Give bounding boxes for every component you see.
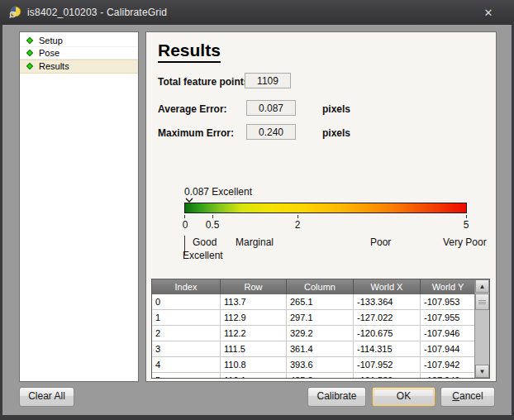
scale-region-excellent: Excellent — [183, 250, 223, 261]
cell: 393.6 — [287, 357, 354, 372]
table-row[interactable]: 3 111.5 361.4 -114.315 -107.944 — [152, 341, 476, 357]
error-scale-gradient — [184, 203, 467, 213]
cell: 3 — [152, 341, 221, 356]
cell: 1 — [152, 310, 221, 325]
total-points-value: 1109 — [245, 73, 291, 88]
table-scrollbar[interactable]: ▲ ▼ — [474, 279, 489, 378]
cell: -127.022 — [354, 310, 421, 325]
scale-region-very-poor: Very Poor — [443, 236, 487, 248]
table-row[interactable]: 5 110.1 425.8 -101.589 -107.940 — [152, 373, 476, 379]
feature-points-table[interactable]: Index Row Column World X World Y 0 113.7… — [151, 279, 490, 379]
app-icon — [8, 6, 21, 19]
scale-region-poor: Poor — [370, 236, 391, 248]
scrollbar-thumb[interactable] — [475, 294, 489, 310]
cell: 111.5 — [221, 341, 287, 356]
cell: -107.952 — [354, 357, 421, 372]
calibrate-button[interactable]: Calibrate — [307, 387, 366, 407]
col-header-row[interactable]: Row — [221, 279, 287, 294]
cell: 4 — [152, 357, 221, 372]
diamond-icon — [26, 63, 33, 69]
title-bar[interactable]: is8402_010203 - CalibrateGrid ✕ — [0, 0, 514, 25]
table-row[interactable]: 2 112.2 329.2 -120.675 -107.946 — [152, 326, 476, 341]
cell: 361.4 — [287, 341, 354, 356]
maximum-error-value: 0.240 — [246, 124, 296, 140]
cell: -133.364 — [354, 294, 421, 309]
scroll-down-icon[interactable]: ▼ — [475, 365, 489, 378]
cancel-button[interactable]: Cancel — [440, 387, 495, 407]
average-error-value: 0.087 — [246, 100, 296, 116]
cell: 2 — [152, 326, 221, 341]
cell: -107.942 — [421, 357, 476, 372]
cell: 5 — [152, 373, 221, 379]
cell: -107.946 — [421, 326, 476, 341]
average-error-label: Average Error: — [158, 103, 227, 115]
cell: 112.2 — [221, 326, 287, 341]
page-title: Results — [158, 41, 221, 63]
col-header-index[interactable]: Index — [152, 279, 221, 294]
maximum-error-label: Maximum Error: — [158, 127, 234, 139]
col-header-world-y[interactable]: World Y — [421, 279, 476, 294]
step-list: Setup Pose Results — [19, 31, 139, 382]
cell: -114.315 — [354, 341, 421, 356]
cell: 265.1 — [287, 294, 354, 309]
scale-tick-label: 0 — [180, 219, 190, 231]
scale-tick-label: 5 — [459, 219, 473, 231]
scrollbar-grip — [478, 300, 486, 305]
cell: 329.2 — [287, 326, 354, 341]
scale-tick — [297, 215, 298, 218]
sidebar-item-label: Results — [39, 61, 69, 71]
cell: 0 — [152, 294, 221, 309]
maximum-error-unit: pixels — [322, 127, 350, 139]
scale-region-marginal: Marginal — [236, 236, 274, 248]
calibrate-grid-dialog: is8402_010203 - CalibrateGrid ✕ Setup Po… — [0, 0, 514, 420]
sidebar-item-label: Pose — [39, 48, 59, 58]
dialog-body: Setup Pose Results Results Total feature… — [2, 25, 512, 415]
scale-tick-label: 0.5 — [202, 219, 222, 231]
total-points-label: Total feature points: — [158, 76, 252, 88]
cell: -107.953 — [421, 294, 476, 309]
diamond-icon — [26, 50, 33, 56]
table-row[interactable]: 4 110.8 393.6 -107.952 -107.942 — [152, 357, 476, 373]
scale-marker-label: 0.087 Excellent — [184, 186, 252, 198]
scale-tick — [466, 215, 467, 218]
cell: 112.9 — [221, 310, 287, 325]
diamond-icon — [26, 37, 33, 44]
table-header-row: Index Row Column World X World Y — [152, 279, 476, 294]
table-row[interactable]: 1 112.9 297.1 -127.022 -107.955 — [152, 310, 476, 326]
scale-tick-label: 2 — [292, 219, 303, 231]
cancel-rest: ancel — [459, 390, 483, 402]
sidebar-item-label: Setup — [39, 36, 63, 45]
cell: -107.940 — [421, 373, 476, 379]
ok-button[interactable]: OK — [372, 387, 435, 407]
col-header-column[interactable]: Column — [287, 279, 354, 294]
cell: -107.944 — [421, 341, 476, 356]
average-error-unit: pixels — [322, 103, 350, 115]
cell: -120.675 — [354, 326, 421, 341]
sidebar-item-results[interactable]: Results — [20, 60, 138, 74]
cell: -107.955 — [421, 310, 476, 325]
table-row[interactable]: 0 113.7 265.1 -133.364 -107.953 — [152, 294, 476, 310]
results-panel: Results Total feature points: 1109 Avera… — [145, 31, 497, 382]
cancel-mnemonic: C — [452, 390, 459, 402]
sidebar-item-setup[interactable]: Setup — [20, 35, 138, 47]
cell: 110.1 — [221, 373, 287, 379]
close-button[interactable]: ✕ — [474, 3, 502, 21]
cell: -101.589 — [354, 373, 421, 379]
col-header-world-x[interactable]: World X — [354, 279, 421, 294]
scroll-up-icon[interactable]: ▲ — [475, 279, 489, 293]
sidebar-item-pose[interactable]: Pose — [20, 47, 138, 60]
cell: 113.7 — [221, 294, 287, 309]
scale-region-good: Good — [193, 236, 217, 248]
scale-tick — [212, 215, 213, 218]
clear-all-button[interactable]: Clear All — [19, 387, 74, 407]
scale-tick — [184, 215, 185, 218]
cell: 297.1 — [287, 310, 354, 325]
cell: 425.8 — [287, 373, 354, 379]
cell: 110.8 — [221, 357, 287, 372]
window-title: is8402_010203 - CalibrateGrid — [27, 7, 167, 18]
